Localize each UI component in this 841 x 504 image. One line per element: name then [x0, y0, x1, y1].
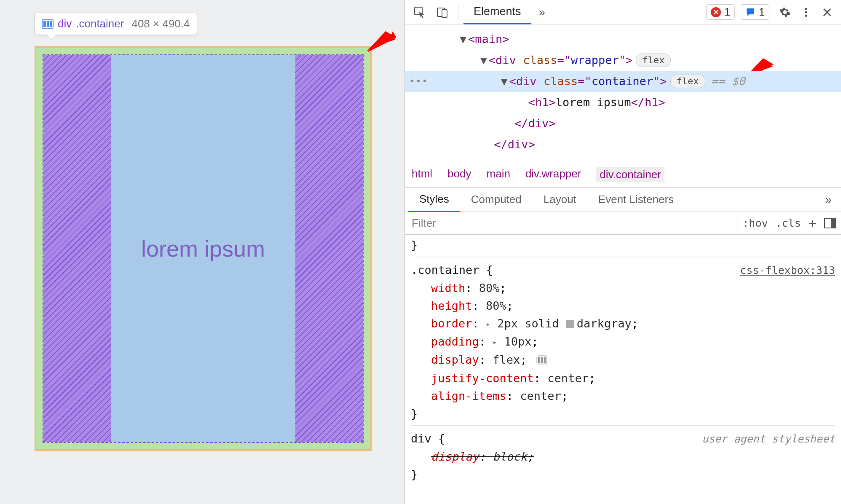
tooltip-dimensions: 408 × 490.4 — [131, 17, 190, 30]
rule-close-brace: } — [411, 405, 835, 423]
css-declaration[interactable]: padding: ▸ 10px; — [431, 333, 835, 351]
styles-filter-row: :hov .cls + — [405, 212, 841, 235]
subtab-computed[interactable]: Computed — [460, 188, 533, 212]
message-icon — [745, 7, 755, 17]
css-rule-div[interactable]: div { user agent stylesheet display: blo… — [411, 425, 835, 483]
inspect-element-button[interactable] — [409, 3, 430, 22]
messages-count: 1 — [759, 6, 765, 18]
css-declaration[interactable]: justify-content: center; — [431, 370, 835, 387]
errors-badge[interactable]: ✕ 1 — [706, 4, 735, 20]
more-tabs-button[interactable]: » — [533, 5, 552, 19]
svg-rect-3 — [50, 21, 52, 27]
flex-editor-icon[interactable] — [536, 352, 547, 370]
color-swatch-icon[interactable] — [566, 320, 574, 328]
css-declaration-overridden[interactable]: display: block; — [431, 448, 835, 466]
tab-elements[interactable]: Elements — [463, 0, 531, 24]
breadcrumb-item[interactable]: body — [447, 167, 471, 182]
subtab-layout[interactable]: Layout — [533, 188, 587, 212]
svg-rect-2 — [47, 21, 49, 27]
dom-node[interactable]: ▼<div class="wrapper">flex — [405, 50, 841, 71]
annotation-arrow-icon — [367, 31, 396, 56]
inspect-overlay-padding: lorem ipsum — [36, 48, 370, 449]
ellipsis-icon[interactable]: ••• — [409, 71, 429, 92]
css-declaration[interactable]: border: ▸ 2px solid darkgray; — [431, 315, 835, 333]
element-tooltip: div.container 408 × 490.4 — [35, 13, 197, 35]
styles-rules: } .container { css-flexbox:313 width: 80… — [405, 235, 841, 504]
tooltip-tag: div — [58, 17, 72, 30]
svg-rect-17 — [538, 357, 540, 363]
messages-badge[interactable]: 1 — [741, 4, 769, 20]
error-icon: ✕ — [711, 7, 721, 17]
svg-rect-11 — [442, 10, 447, 17]
subtab-styles[interactable]: Styles — [408, 188, 460, 212]
flex-badge[interactable]: flex — [670, 75, 705, 88]
kebab-menu-button[interactable] — [796, 3, 816, 22]
new-rule-button[interactable]: + — [809, 215, 817, 231]
computed-panel-toggle-icon[interactable] — [824, 218, 836, 228]
svg-point-15 — [805, 14, 807, 16]
breadcrumb-item[interactable]: div.wrapper — [525, 167, 581, 182]
css-rule-container[interactable]: .container { css-flexbox:313 width: 80%;… — [411, 257, 835, 423]
dom-node[interactable]: <h1>lorem ipsum</h1> — [405, 92, 841, 113]
inspect-overlay-margin: lorem ipsum — [35, 46, 372, 451]
rendered-viewport: div.container 408 × 490.4 lorem ipsum — [0, 0, 404, 504]
css-declaration[interactable]: display: flex; — [431, 351, 835, 370]
rule-selector[interactable]: .container { — [411, 261, 493, 279]
hover-toggle[interactable]: :hov — [742, 217, 768, 229]
breadcrumb: html body main div.wrapper div.container — [405, 162, 841, 188]
svg-rect-1 — [43, 21, 46, 27]
preview-heading: lorem ipsum — [141, 236, 265, 262]
flex-layout-icon — [42, 19, 54, 29]
svg-point-13 — [805, 8, 807, 10]
flex-gap-region — [43, 55, 111, 442]
dom-node[interactable]: </div> — [405, 113, 841, 134]
css-declaration[interactable]: height: 80%; — [431, 297, 835, 315]
flex-item: lorem ipsum — [111, 55, 295, 442]
more-subtabs-button[interactable]: » — [819, 193, 838, 206]
selected-indicator: == $0 — [711, 75, 745, 88]
breadcrumb-item[interactable]: main — [487, 167, 510, 182]
flex-badge[interactable]: flex — [636, 54, 671, 67]
rule-source-link[interactable]: css-flexbox:313 — [740, 262, 835, 279]
dom-tree[interactable]: ▼<main> ▼<div class="wrapper">flex ••• ▼… — [405, 24, 841, 162]
devtools-toolbar: Elements » ✕ 1 1 — [405, 0, 841, 24]
styles-filter-input[interactable] — [405, 212, 737, 234]
tooltip-class: .container — [76, 17, 124, 30]
dom-node[interactable]: ▼<main> — [405, 29, 841, 50]
svg-rect-19 — [544, 357, 546, 363]
close-devtools-button[interactable] — [817, 3, 837, 22]
css-declaration[interactable]: align-items: center; — [431, 387, 835, 405]
css-declaration[interactable]: width: 80%; — [431, 279, 835, 297]
cls-toggle[interactable]: .cls — [776, 217, 801, 229]
svg-point-14 — [805, 11, 807, 13]
dom-node[interactable]: </div> — [405, 134, 841, 155]
device-toolbar-button[interactable] — [432, 3, 453, 22]
dom-node-selected[interactable]: ••• ▼<div class="container">flex== $0 — [405, 71, 841, 92]
subtab-event-listeners[interactable]: Event Listeners — [587, 188, 685, 212]
styles-subtabs: Styles Computed Layout Event Listeners » — [405, 188, 841, 212]
breadcrumb-item-selected[interactable]: div.container — [596, 167, 664, 182]
divider — [458, 5, 458, 20]
breadcrumb-item[interactable]: html — [412, 167, 432, 182]
svg-rect-18 — [541, 357, 543, 363]
rule-close-brace: } — [411, 466, 835, 483]
rule-close-brace: } — [411, 236, 835, 254]
rule-source-ua: user agent stylesheet — [702, 430, 835, 448]
devtools-panel: Elements » ✕ 1 1 ▼<main> ▼<div class="wr… — [404, 0, 841, 504]
inspect-overlay-content: lorem ipsum — [43, 54, 364, 443]
rule-selector[interactable]: div { — [411, 430, 445, 448]
flex-gap-region — [295, 55, 363, 442]
settings-button[interactable] — [775, 3, 795, 22]
errors-count: 1 — [724, 6, 730, 18]
